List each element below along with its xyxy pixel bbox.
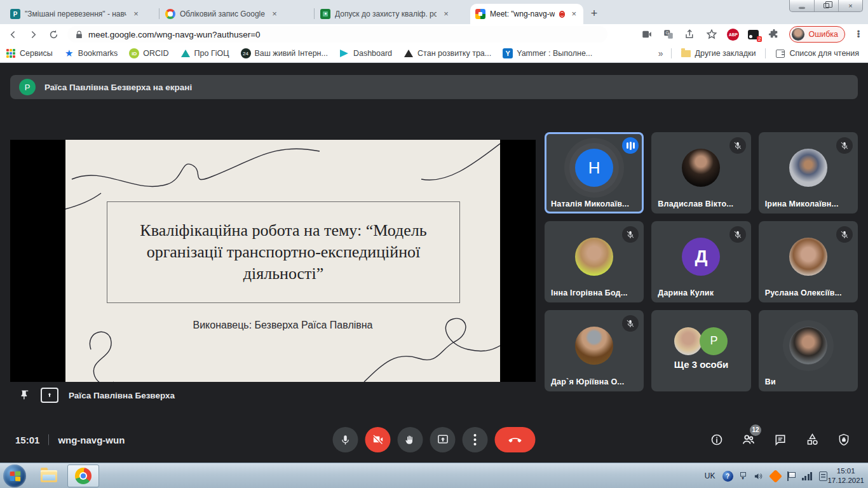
camera-in-use-icon[interactable]	[641, 28, 653, 41]
tab-2[interactable]: Обліковий запис Google ×	[160, 4, 313, 24]
tab-close-icon[interactable]: ×	[131, 9, 141, 19]
participant-grid: Н Наталія Миколаїв... Владислав Вікто...…	[545, 132, 858, 391]
chat-button[interactable]	[773, 432, 788, 447]
reading-list[interactable]: Список для чтения	[770, 48, 868, 58]
tab-close-icon[interactable]: ×	[569, 9, 578, 19]
avast-tray-icon[interactable]	[768, 469, 782, 482]
triangle-icon	[180, 48, 191, 58]
presentation-stage[interactable]: Кваліфікаційна робота на тему: “Модель о…	[10, 140, 536, 382]
adblock-extension-icon[interactable]: ABP	[727, 29, 739, 41]
clock-date: 17.12.2021	[827, 476, 864, 485]
bookmark-star-icon[interactable]	[705, 28, 718, 41]
avatar	[575, 238, 613, 276]
share-icon[interactable]	[684, 28, 696, 41]
bookmark-services[interactable]: Сервисы	[0, 48, 58, 58]
explorer-icon	[41, 470, 57, 482]
tab-3-favicon	[320, 9, 330, 19]
end-call-button[interactable]	[495, 427, 536, 452]
show-hidden-icons[interactable]: ▾	[740, 472, 746, 480]
taskbar-clock[interactable]: 15:01 17.12.2021	[827, 463, 864, 488]
paper-plane-icon	[339, 48, 349, 58]
bookmark-bookmarks[interactable]: ★ Bookmarks	[58, 48, 124, 58]
participant-tile[interactable]: Владислав Вікто...	[651, 132, 750, 214]
tab-4-active[interactable]: Meet: "wng-navg-wun" ×	[470, 4, 583, 24]
mic-off-icon	[622, 226, 639, 243]
self-tile[interactable]: Ви	[759, 310, 858, 391]
folder-icon	[681, 48, 691, 58]
tab-close-icon[interactable]: ×	[441, 9, 451, 19]
meeting-details-button[interactable]	[709, 432, 724, 447]
browser-menu-icon[interactable]: •••	[854, 30, 863, 38]
host-controls-button[interactable]	[836, 432, 851, 447]
participant-name: Руслана Олексіїв...	[765, 288, 842, 297]
extensions-puzzle-icon[interactable]	[768, 28, 780, 41]
address-bar[interactable]: meet.google.com/wng-navg-wun?authuser=0	[67, 26, 607, 43]
divider	[671, 48, 672, 58]
mic-button[interactable]	[333, 427, 358, 452]
pinned-presenter-bar: Раїса Павлівна Безверха	[19, 386, 175, 404]
pinned-presenter-name: Раїса Павлівна Безверха	[69, 391, 175, 400]
scheduler-tray-icon[interactable]	[819, 471, 827, 481]
language-indicator[interactable]: UK	[705, 471, 715, 480]
profile-avatar	[792, 28, 804, 41]
avatar	[575, 327, 613, 365]
present-button[interactable]	[430, 427, 456, 452]
participant-tile[interactable]: Інна Ігорівна Бод...	[545, 221, 644, 302]
people-button[interactable]: 12	[741, 432, 756, 447]
windows-taskbar: UK ? ▾ 15:01 17.12.2021	[0, 463, 868, 488]
other-bookmarks[interactable]: Другие закладки	[675, 48, 762, 58]
tab-1-favicon: P	[10, 9, 20, 19]
participant-tile[interactable]: Д Дарина Кулик	[651, 221, 750, 302]
tab-1[interactable]: P "Змішані перевезення" - навчал ×	[5, 4, 158, 24]
mic-icon	[340, 434, 351, 445]
extension-icon[interactable]: 2	[748, 30, 759, 39]
tab-close-icon[interactable]: ×	[269, 9, 280, 19]
help-tray-icon[interactable]: ?	[722, 471, 733, 482]
back-icon[interactable]	[5, 27, 20, 42]
taskbar-chrome-button[interactable]	[67, 464, 99, 487]
participant-tile[interactable]: Ірина Миколаївн...	[759, 132, 858, 214]
profile-sync-error[interactable]: Ошибка	[789, 26, 845, 43]
activities-button[interactable]	[804, 432, 820, 447]
forward-icon[interactable]	[25, 27, 41, 42]
chrome-icon	[75, 468, 92, 484]
bookmark-dashboard[interactable]: Dashboard	[334, 48, 398, 58]
pin-icon[interactable]	[19, 389, 31, 402]
bookmark-internet[interactable]: 24 Ваш живий Інтерн...	[235, 48, 334, 58]
bookmarks-overflow-icon[interactable]: »	[654, 48, 667, 58]
more-people-label: Ще 3 особи	[651, 359, 750, 370]
presenting-banner-text: Раїса Павлівна Безверха на екрані	[44, 83, 192, 92]
participant-tile[interactable]: Дар`я Юріївна О...	[545, 310, 644, 391]
toolbar-right: G ABP 2 Ошибка •••	[641, 24, 863, 44]
bookmark-giots[interactable]: Про ГіОЦ	[175, 48, 235, 58]
participant-tile[interactable]: Руслана Олексіїв...	[759, 221, 858, 302]
reload-icon[interactable]	[46, 27, 61, 42]
participant-name: Ви	[765, 377, 776, 386]
action-center-flag-icon[interactable]	[787, 471, 795, 481]
screen: P "Змішані перевезення" - навчал × Облік…	[0, 0, 868, 488]
translate-icon[interactable]: G	[662, 28, 675, 41]
close-button[interactable]: ×	[838, 0, 862, 11]
taskbar-explorer-button[interactable]	[33, 464, 65, 487]
tab-4-favicon	[475, 9, 485, 19]
volume-icon[interactable]	[753, 471, 764, 481]
avatar	[789, 327, 827, 365]
more-options-button[interactable]	[463, 427, 488, 452]
camera-off-button[interactable]	[365, 427, 391, 452]
bookmark-orcid[interactable]: iD ORCID	[123, 48, 174, 58]
apps-grid-icon	[6, 48, 16, 58]
bookmark-transport[interactable]: Стан розвитку тра...	[398, 48, 497, 58]
start-button[interactable]	[3, 464, 26, 487]
more-people-tile[interactable]: P Ще 3 особи	[651, 310, 750, 391]
bookmark-yammer[interactable]: Y Yammer : Выполне...	[497, 48, 598, 58]
network-signal-icon[interactable]	[802, 472, 813, 480]
raise-hand-button[interactable]	[398, 427, 423, 452]
minimize-button[interactable]	[790, 0, 814, 11]
tab-3[interactable]: Допуск до захисту кваліф. робіт ×	[315, 4, 468, 24]
badge-24-icon: 24	[241, 48, 251, 58]
new-tab-button[interactable]: +	[586, 6, 602, 22]
restore-button[interactable]	[814, 0, 838, 11]
mic-off-icon	[729, 137, 746, 154]
reading-list-icon	[775, 48, 785, 58]
participant-tile[interactable]: Н Наталія Миколаїв...	[545, 132, 644, 214]
